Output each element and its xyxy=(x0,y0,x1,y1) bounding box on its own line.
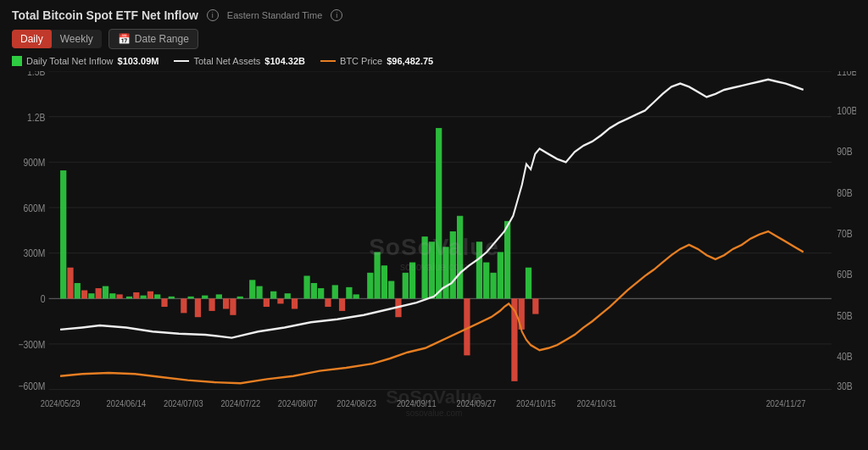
btc-price-label: BTC Price xyxy=(340,56,382,66)
svg-rect-63 xyxy=(339,298,345,311)
svg-rect-69 xyxy=(388,281,394,299)
svg-text:2024/09/11: 2024/09/11 xyxy=(397,399,437,409)
title-info-icon[interactable]: i xyxy=(207,9,219,21)
svg-text:40B: 40B xyxy=(837,352,852,363)
svg-rect-26 xyxy=(60,170,66,298)
svg-rect-49 xyxy=(230,298,236,315)
svg-text:900M: 900M xyxy=(23,157,45,168)
svg-rect-58 xyxy=(303,275,309,298)
legend-btc-price: BTC Price $96,482.75 xyxy=(320,56,433,66)
timezone-label: Eastern Standard Time xyxy=(227,10,323,20)
svg-rect-41 xyxy=(169,297,175,298)
svg-rect-47 xyxy=(216,294,222,298)
svg-text:2024/10/15: 2024/10/15 xyxy=(516,399,556,409)
svg-rect-71 xyxy=(403,273,409,298)
svg-rect-43 xyxy=(188,297,194,298)
svg-rect-56 xyxy=(285,293,291,298)
svg-rect-55 xyxy=(277,298,283,303)
svg-rect-80 xyxy=(476,242,482,298)
svg-text:80B: 80B xyxy=(837,187,852,198)
date-range-button[interactable]: 📅 Date Range xyxy=(108,29,198,49)
svg-rect-46 xyxy=(209,298,214,311)
svg-rect-67 xyxy=(374,252,380,298)
svg-text:600M: 600M xyxy=(23,203,45,214)
btc-price-icon xyxy=(320,60,336,62)
net-assets-icon xyxy=(174,60,189,62)
svg-rect-39 xyxy=(154,294,160,298)
svg-rect-62 xyxy=(332,285,338,298)
svg-rect-31 xyxy=(96,288,102,298)
weekly-button[interactable]: Weekly xyxy=(52,30,102,48)
svg-rect-66 xyxy=(367,273,373,298)
svg-rect-37 xyxy=(140,296,146,299)
svg-rect-83 xyxy=(498,252,504,298)
svg-rect-29 xyxy=(81,291,87,299)
svg-rect-76 xyxy=(442,247,448,298)
svg-text:70B: 70B xyxy=(837,229,852,240)
svg-rect-53 xyxy=(264,298,270,307)
svg-rect-88 xyxy=(532,298,538,314)
svg-text:1.2B: 1.2B xyxy=(27,112,45,123)
svg-rect-72 xyxy=(409,263,415,299)
svg-rect-40 xyxy=(161,298,167,307)
svg-rect-75 xyxy=(436,128,442,298)
svg-rect-57 xyxy=(292,298,298,308)
svg-text:2024/07/03: 2024/07/03 xyxy=(164,399,203,409)
svg-rect-61 xyxy=(325,298,331,307)
svg-rect-60 xyxy=(318,288,324,298)
svg-text:2024/05/29: 2024/05/29 xyxy=(41,399,81,409)
net-inflow-icon xyxy=(12,56,22,66)
svg-text:−600M: −600M xyxy=(18,381,45,392)
svg-rect-48 xyxy=(223,298,229,308)
net-assets-label: Total Net Assets xyxy=(193,56,260,66)
svg-rect-34 xyxy=(116,294,122,298)
page-title: Total Bitcoin Spot ETF Net Inflow xyxy=(12,8,198,22)
date-range-label: Date Range xyxy=(135,33,189,45)
svg-rect-51 xyxy=(249,280,255,298)
chart-legend: Daily Total Net Inflow $103.09M Total Ne… xyxy=(12,56,856,66)
controls-bar: Daily Weekly 📅 Date Range xyxy=(12,29,856,49)
svg-text:2024/08/23: 2024/08/23 xyxy=(337,399,376,409)
svg-rect-81 xyxy=(483,263,489,299)
svg-text:2024/06/14: 2024/06/14 xyxy=(107,399,147,409)
net-inflow-label: Daily Total Net Inflow xyxy=(26,56,114,66)
svg-rect-28 xyxy=(75,283,81,298)
chart-area: SoSoValue sosovalue.com 1.5B 1.2B 90 xyxy=(12,71,856,443)
svg-text:30B: 30B xyxy=(837,381,852,392)
svg-rect-27 xyxy=(67,268,73,299)
svg-rect-87 xyxy=(526,268,531,299)
svg-rect-35 xyxy=(126,297,132,298)
svg-rect-50 xyxy=(237,297,243,298)
net-assets-value: $104.32B xyxy=(264,56,305,66)
svg-rect-73 xyxy=(421,236,427,298)
svg-rect-65 xyxy=(353,294,359,298)
calendar-icon: 📅 xyxy=(118,33,131,45)
daily-button[interactable]: Daily xyxy=(12,30,52,48)
net-inflow-value: $103.09M xyxy=(118,56,159,66)
svg-rect-30 xyxy=(88,293,94,298)
svg-text:2024/11/27: 2024/11/27 xyxy=(766,399,806,409)
svg-text:2024/08/07: 2024/08/07 xyxy=(278,399,318,409)
svg-text:2024/10/31: 2024/10/31 xyxy=(577,399,617,409)
legend-net-inflow: Daily Total Net Inflow $103.09M xyxy=(12,56,159,66)
svg-rect-68 xyxy=(381,265,387,298)
svg-rect-77 xyxy=(450,231,456,298)
svg-text:90B: 90B xyxy=(837,146,852,157)
svg-rect-78 xyxy=(457,216,463,299)
svg-rect-36 xyxy=(133,292,139,298)
svg-rect-42 xyxy=(181,298,186,313)
svg-rect-84 xyxy=(504,221,510,298)
svg-text:300M: 300M xyxy=(23,248,45,259)
svg-rect-54 xyxy=(270,292,276,299)
btc-price-value: $96,482.75 xyxy=(387,56,433,66)
svg-rect-74 xyxy=(429,242,435,298)
svg-rect-45 xyxy=(202,296,208,299)
period-toggle: Daily Weekly xyxy=(12,30,102,48)
svg-rect-52 xyxy=(256,286,262,299)
svg-rect-32 xyxy=(103,286,108,299)
timezone-info-icon[interactable]: i xyxy=(331,9,342,21)
svg-text:−300M: −300M xyxy=(18,339,45,350)
svg-text:1.5B: 1.5B xyxy=(27,71,45,77)
svg-text:2024/07/22: 2024/07/22 xyxy=(220,399,260,409)
header: Total Bitcoin Spot ETF Net Inflow i East… xyxy=(12,8,856,22)
